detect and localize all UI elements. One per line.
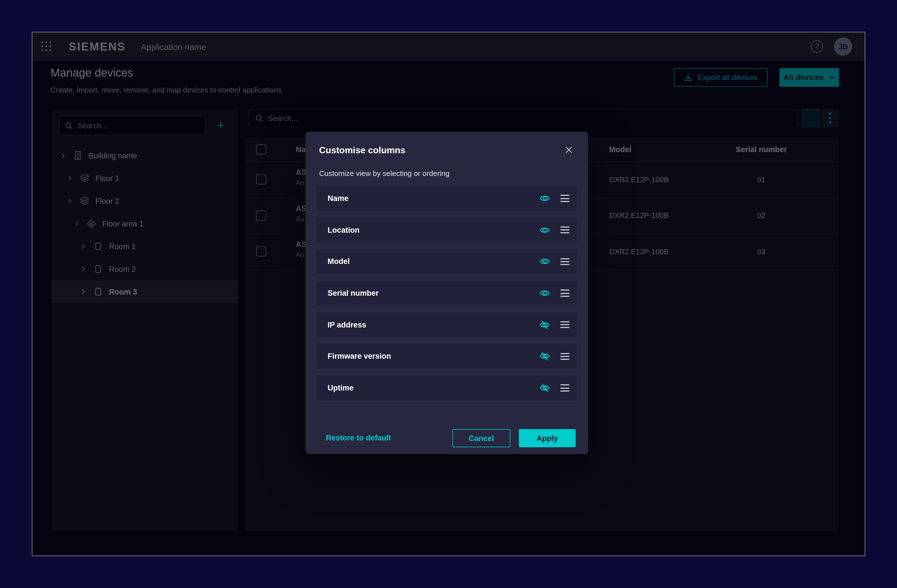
dialog-subtitle: Customize view by selecting or ordering xyxy=(319,169,450,178)
column-item-firmware-version[interactable]: Firmware version xyxy=(316,343,578,370)
drag-handle-icon[interactable] xyxy=(560,290,569,297)
column-item-ip-address[interactable]: IP address xyxy=(316,312,578,338)
eye-icon[interactable] xyxy=(539,256,550,267)
drag-handle-icon[interactable] xyxy=(560,385,569,392)
column-item-location[interactable]: Location xyxy=(316,217,578,243)
column-list: Name Location xyxy=(316,185,578,401)
column-item-uptime[interactable]: Uptime xyxy=(316,374,578,401)
eye-icon[interactable] xyxy=(539,224,550,235)
column-item-name[interactable]: Name xyxy=(316,185,578,212)
column-item-model[interactable]: Model xyxy=(316,248,578,275)
drag-handle-icon[interactable] xyxy=(560,258,569,265)
drag-handle-icon[interactable] xyxy=(560,226,569,234)
eye-off-icon[interactable] xyxy=(539,382,550,394)
drag-handle-icon[interactable] xyxy=(560,353,569,360)
eye-off-icon[interactable] xyxy=(539,351,550,362)
eye-off-icon[interactable] xyxy=(539,319,550,331)
cancel-button[interactable]: Cancel xyxy=(453,429,510,447)
restore-to-default-button[interactable]: Restore to default xyxy=(326,429,391,447)
apply-button[interactable]: Apply xyxy=(519,429,576,447)
eye-icon[interactable] xyxy=(539,287,550,299)
dialog-title: Customise columns xyxy=(319,145,406,156)
column-item-serial-number[interactable]: Serial number xyxy=(316,280,578,307)
drag-handle-icon[interactable] xyxy=(560,195,569,202)
design-canvas: SIEMENS Application name ? JD Manage dev… xyxy=(0,0,897,588)
eye-icon[interactable] xyxy=(539,193,550,204)
dialog-footer: Restore to default Cancel Apply xyxy=(305,429,588,447)
drag-handle-icon[interactable] xyxy=(560,321,569,328)
close-icon[interactable] xyxy=(560,141,578,159)
customise-columns-dialog: Customise columns Customize view by sele… xyxy=(305,132,588,454)
